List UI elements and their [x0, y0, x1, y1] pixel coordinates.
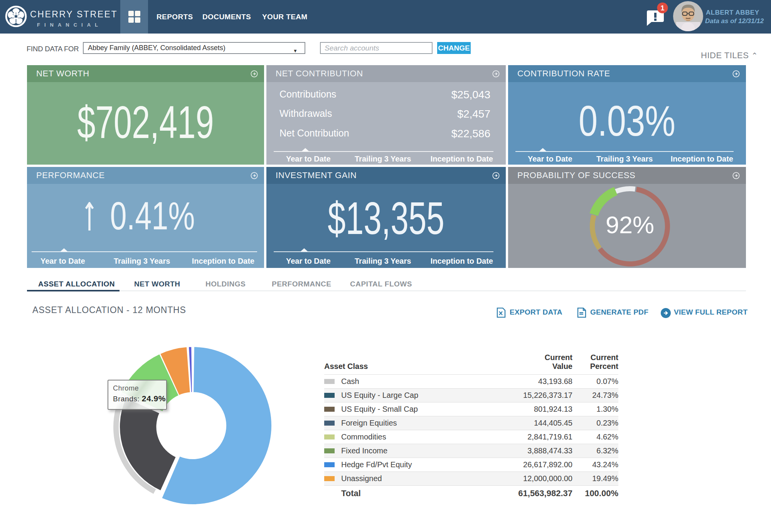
svg-text:1: 1: [660, 4, 664, 12]
